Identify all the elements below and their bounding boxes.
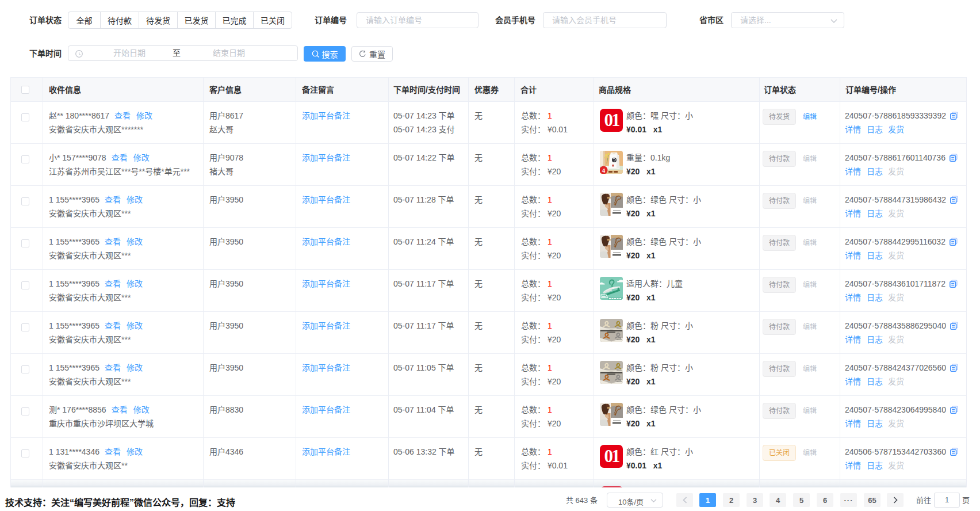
svg-text:4: 4 xyxy=(602,167,606,174)
